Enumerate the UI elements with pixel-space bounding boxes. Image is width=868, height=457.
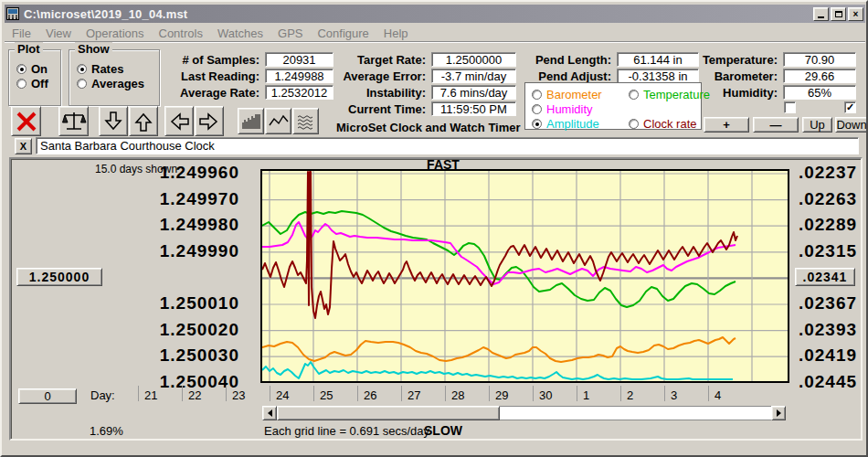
pendulum-minus-button[interactable]: — [753, 117, 799, 133]
down-arrow-icon [101, 109, 126, 134]
day-tick-label: 3 [671, 388, 677, 402]
menu-item-configure[interactable]: Configure [310, 27, 376, 40]
scrollbar-right-arrow[interactable] [771, 406, 786, 420]
series-radio-humidity[interactable]: Humidity [532, 102, 593, 116]
radio-selected-icon [77, 64, 87, 74]
day-tick-label: 30 [539, 388, 552, 402]
series-radio-clock-rate[interactable]: Clock rate [629, 117, 697, 131]
microset-window: C:\microset\2019_10_04.mst × FileViewOpe… [0, 0, 868, 457]
right-axis-label: .02445 [793, 372, 863, 392]
field-value-average-error: -3.7 min/day [431, 69, 516, 83]
close-button[interactable]: × [848, 7, 863, 21]
day-tick-label: 28 [451, 388, 464, 402]
menu-item-operations[interactable]: Operations [79, 27, 152, 40]
day-tick-mark [708, 386, 709, 401]
left-axis-label: 1.250030 [57, 345, 239, 366]
field-label: Last Reading: [157, 69, 259, 83]
radio-unselected-icon [532, 104, 542, 114]
day-tick-mark [620, 386, 621, 401]
day-tick-mark [226, 386, 227, 401]
series-radio-label: Amplitude [546, 117, 599, 131]
stop-button[interactable] [11, 106, 41, 136]
series-radio-barometer[interactable]: Barometer [532, 88, 602, 101]
down-button[interactable]: Down [835, 117, 868, 133]
day-tick-mark [664, 386, 665, 401]
series-radio-label: Clock rate [643, 117, 697, 131]
radio-option-averages[interactable]: Averages [77, 77, 144, 90]
checkbox-checked[interactable]: ✓ [844, 101, 856, 113]
clear-name-button[interactable]: X [15, 138, 32, 154]
radio-unselected-icon [16, 79, 26, 89]
menu-bar: FileViewOperationsControlsWatchesGPSConf… [5, 25, 865, 41]
wavy-lines-icon [295, 111, 317, 133]
left-axis-label: 1.250020 [57, 320, 239, 340]
menu-item-file[interactable]: File [5, 27, 38, 40]
radio-label: On [31, 62, 48, 76]
left-axis-label: 1.249980 [57, 215, 239, 235]
field-value-barometer: 29.66 [783, 69, 856, 83]
radio-unselected-icon [629, 119, 639, 129]
day-axis-label: Day: [90, 388, 115, 402]
left-axis-rate-button[interactable]: 1.250000 [16, 268, 102, 286]
radio-label: Off [31, 77, 48, 90]
field-value-temperature: 70.90 [783, 52, 856, 67]
left-triangle-icon [268, 409, 272, 417]
menu-divider [5, 41, 865, 43]
field-label: Target Rate: [317, 53, 426, 67]
histogram-view-button[interactable] [238, 108, 264, 134]
day-tick-label: 4 [715, 388, 721, 402]
left-axis-label: 1.249960 [57, 163, 239, 183]
right-axis-label: .02237 [793, 163, 863, 183]
minimize-button[interactable] [813, 7, 829, 21]
menu-item-controls[interactable]: Controls [152, 27, 210, 40]
scrollbar-left-arrow[interactable] [262, 406, 277, 420]
scroll-left-button[interactable] [164, 106, 194, 136]
series-radio-label: Temperature [643, 88, 710, 101]
right-axis-label: .02263 [793, 189, 863, 209]
left-axis-label: 1.249990 [57, 241, 239, 261]
day-tick-label: 29 [495, 388, 508, 402]
series-radio-amplitude[interactable]: Amplitude [532, 117, 599, 131]
field-label: Temperature: [676, 53, 778, 67]
balance-button[interactable] [58, 106, 89, 136]
up-arrow-icon [131, 109, 156, 134]
right-axis-amplitude-button[interactable]: .02341 [795, 268, 855, 286]
radio-option-on[interactable]: On [16, 62, 48, 76]
series-radio-label: Barometer [546, 88, 602, 101]
scrollbar-thumb[interactable] [277, 406, 500, 420]
checkbox-unchecked[interactable] [784, 101, 796, 113]
scroll-down-button[interactable] [99, 106, 128, 136]
maximize-button[interactable] [831, 7, 846, 21]
slow-label: SLOW [397, 423, 489, 438]
multi-trace-view-button[interactable] [292, 108, 319, 134]
beat-error-percent: 1.69% [90, 424, 123, 438]
right-arrow-icon [196, 109, 222, 134]
menu-item-help[interactable]: Help [376, 27, 416, 40]
series-radio-label: Humidity [546, 102, 593, 116]
field-label: Pend Length: [512, 53, 611, 67]
timing-chart [262, 171, 788, 381]
day-tick-label: 22 [188, 388, 201, 402]
field-label: Pend Adjust: [512, 69, 611, 83]
scroll-up-button[interactable] [129, 106, 158, 136]
menu-item-gps[interactable]: GPS [270, 27, 310, 40]
radio-selected-icon [16, 64, 26, 74]
right-axis-label: .02419 [793, 345, 863, 366]
field-label: # of Samples: [157, 53, 259, 67]
day-tick-mark [182, 386, 183, 401]
day-tick-label: 26 [364, 388, 376, 402]
menu-item-watches[interactable]: Watches [210, 27, 270, 40]
menu-item-view[interactable]: View [38, 27, 79, 40]
radio-option-rates[interactable]: Rates [77, 62, 123, 76]
radio-option-off[interactable]: Off [16, 77, 48, 90]
scroll-right-button[interactable] [195, 106, 224, 136]
clock-name-input[interactable] [36, 137, 859, 154]
right-axis-label: .02367 [793, 293, 863, 314]
series-radio-temperature[interactable]: Temperature [629, 88, 710, 101]
title-bar: C:\microset\2019_10_04.mst × [5, 5, 865, 23]
up-button[interactable]: Up [802, 117, 832, 133]
red-x-icon [14, 109, 39, 134]
pendulum-plus-button[interactable]: + [704, 117, 749, 133]
zero-button[interactable]: 0 [18, 388, 77, 404]
line-view-button[interactable] [265, 108, 291, 134]
